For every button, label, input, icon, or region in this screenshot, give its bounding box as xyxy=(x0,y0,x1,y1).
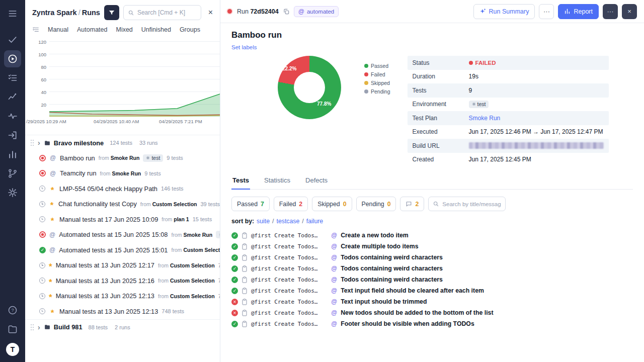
run-title[interactable]: Manual tests at 17 Jun 2025 10:09 xyxy=(59,216,158,223)
test-title[interactable]: Todos containing weird characters xyxy=(341,254,443,261)
run-row[interactable]: Manual tests at 17 Jun 2025 10:09 from p… xyxy=(25,212,220,227)
run-title[interactable]: Manual tests at 13 Jun 2025 12:13 xyxy=(59,308,158,315)
select-all-icon[interactable] xyxy=(32,26,39,33)
close-run-button[interactable]: × xyxy=(622,4,637,19)
chevron-icon[interactable]: › xyxy=(37,324,41,331)
tab-manual[interactable]: Manual xyxy=(48,26,68,33)
app-logo[interactable]: T xyxy=(6,343,19,356)
more-dark-button[interactable]: ··· xyxy=(603,4,618,19)
test-row[interactable]: @first Create Todos… @ New todos should … xyxy=(231,307,633,318)
run-row[interactable]: Manual tests at 13 Jun 2025 12:13 from C… xyxy=(25,289,220,304)
pulse-icon[interactable] xyxy=(4,108,21,125)
test-title[interactable]: Text input should be trimmed xyxy=(341,298,427,305)
search-input[interactable] xyxy=(137,9,197,16)
copy-run-id-button[interactable] xyxy=(283,8,290,15)
run-row[interactable]: Manual tests at 13 Jun 2025 12:13 748 te… xyxy=(25,304,220,319)
tab-groups[interactable]: Groups xyxy=(180,26,200,33)
set-labels-link[interactable]: Set labels xyxy=(231,44,257,50)
test-title[interactable]: Todos containing weird characters xyxy=(341,276,443,283)
run-summary-button[interactable]: Run Summary xyxy=(473,4,535,19)
test-title[interactable]: Text input field should be cleared after… xyxy=(341,287,484,294)
test-status-icon xyxy=(231,321,238,327)
test-title[interactable]: New todos should be added to the bottom … xyxy=(341,309,493,316)
tab-unfinished[interactable]: Unfinished xyxy=(141,26,171,33)
test-row[interactable]: @first Create Todos… @ Footer should be … xyxy=(231,318,633,329)
panel-close-button[interactable]: × xyxy=(205,7,216,18)
drag-handle-icon[interactable] xyxy=(30,139,34,146)
breadcrumb-project[interactable]: Zyntra Spark xyxy=(32,9,77,17)
run-row[interactable]: Teamcity run from Smoke Run 9 tests xyxy=(25,166,220,182)
test-status-icon xyxy=(231,265,238,272)
group-row-bravo-milestone[interactable]: › Bravo milestone 124 tests 33 runs xyxy=(25,135,220,150)
sort-by-failure[interactable]: failure xyxy=(306,218,324,225)
filter-failed[interactable]: Failed2 xyxy=(274,197,308,211)
breadcrumb-section[interactable]: Runs xyxy=(82,9,100,17)
more-actions-button[interactable]: ··· xyxy=(539,4,554,19)
menu-icon[interactable] xyxy=(4,5,21,22)
test-title[interactable]: Footer should be visible when adding TOD… xyxy=(341,320,474,327)
drag-handle-icon[interactable] xyxy=(30,324,34,331)
help-icon[interactable]: ? xyxy=(4,302,21,319)
group-name[interactable]: Build 981 xyxy=(54,323,83,331)
projects-folder-icon[interactable] xyxy=(4,321,21,338)
tab-defects[interactable]: Defects xyxy=(304,176,329,190)
run-row[interactable]: Bamboo run from Smoke Run test 9 tests xyxy=(25,150,220,166)
test-title[interactable]: Create a new todo item xyxy=(341,232,409,239)
tests-search-input[interactable] xyxy=(442,201,501,207)
run-row[interactable]: Manual tests at 13 Jun 2025 12:16 from C… xyxy=(25,273,220,289)
test-row[interactable]: @first Create Todos… @ Create multiple t… xyxy=(231,241,633,252)
filter-passed[interactable]: Passed7 xyxy=(231,197,270,211)
tests-check-icon[interactable] xyxy=(4,31,21,48)
chevron-icon[interactable]: › xyxy=(37,139,41,146)
tab-automated[interactable]: Automated xyxy=(77,26,107,33)
ytick: 100 xyxy=(25,52,46,57)
test-row[interactable]: @first Create Todos… @ Todos containing … xyxy=(231,263,633,274)
import-icon[interactable] xyxy=(4,127,21,144)
group-name[interactable]: Bravo milestone xyxy=(54,139,104,147)
analytics-trend-icon[interactable] xyxy=(4,88,21,106)
run-title[interactable]: Manual tests at 13 Jun 2025 12:13 xyxy=(56,292,154,300)
test-row[interactable]: @first Create Todos… @ Text input field … xyxy=(231,285,633,296)
settings-gear-icon[interactable] xyxy=(4,184,21,201)
run-row[interactable]: LMP-554 05/04 check Happy Path 146 tests xyxy=(25,181,220,197)
tab-mixed[interactable]: Mixed xyxy=(116,26,132,33)
tab-statistics[interactable]: Statistics xyxy=(263,176,291,190)
run-row[interactable]: Automated tests at 15 Jun 2025 15:01 fro… xyxy=(25,242,220,258)
run-row[interactable]: Automated tests at 15 Jun 2025 15:08 fro… xyxy=(25,227,220,243)
run-title[interactable]: LMP-554 05/04 check Happy Path xyxy=(59,185,157,193)
run-title[interactable]: Manual tests at 13 Jun 2025 12:16 xyxy=(56,277,154,285)
run-source: from Custom Selection xyxy=(140,201,197,207)
test-row[interactable]: @first Create Todos… @ Text input should… xyxy=(231,296,633,307)
filter-skipped[interactable]: Skipped0 xyxy=(312,197,352,211)
filter-button[interactable] xyxy=(104,5,119,20)
group-row-build-981[interactable]: › Build 981 88 tests 2 runs xyxy=(25,319,220,335)
test-row[interactable]: @first Create Todos… @ Todos containing … xyxy=(231,252,633,263)
clipboard-icon xyxy=(242,277,248,283)
sort-by-testcase[interactable]: testcase xyxy=(277,218,300,225)
test-plan-link[interactable]: Smoke Run xyxy=(469,115,501,122)
run-title[interactable]: Automated tests at 15 Jun 2025 15:08 xyxy=(59,231,168,238)
run-source: from Smoke Run xyxy=(99,155,140,161)
test-row[interactable]: @first Create Todos… @ Create a new todo… xyxy=(231,230,633,241)
filter-comments[interactable]: 2 xyxy=(400,197,424,211)
filter-pending[interactable]: Pending0 xyxy=(356,197,396,211)
trend-series-svg xyxy=(49,41,220,117)
test-title[interactable]: Create multiple todo items xyxy=(341,243,418,250)
test-plans-icon[interactable] xyxy=(4,69,21,86)
report-button[interactable]: Report xyxy=(558,4,599,19)
run-title[interactable]: Chat functionality test Copy xyxy=(58,200,137,208)
run-title[interactable]: Automated tests at 15 Jun 2025 15:01 xyxy=(59,246,168,254)
reports-icon[interactable] xyxy=(4,146,21,163)
automated-tag-chip[interactable]: @automated xyxy=(294,6,339,17)
run-row[interactable]: Manual tests at 13 Jun 2025 12:17 from C… xyxy=(25,258,220,274)
test-title[interactable]: Todos containing weird characters xyxy=(341,265,443,272)
branch-icon[interactable] xyxy=(4,165,21,182)
run-title[interactable]: Bamboo run xyxy=(60,154,95,162)
runs-icon[interactable] xyxy=(4,50,21,67)
run-row[interactable]: Chat functionality test Copy from Custom… xyxy=(25,197,220,212)
tab-tests[interactable]: Tests xyxy=(231,176,250,190)
test-row[interactable]: @first Create Todos… @ Todos containing … xyxy=(231,274,633,285)
sort-by-suite[interactable]: suite xyxy=(257,218,270,225)
run-title[interactable]: Manual tests at 13 Jun 2025 12:17 xyxy=(56,261,154,269)
run-title[interactable]: Teamcity run xyxy=(60,169,97,177)
